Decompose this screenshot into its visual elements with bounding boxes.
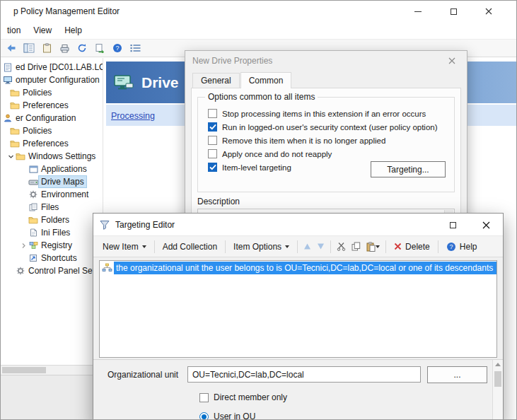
chevron-down-icon bbox=[376, 245, 380, 248]
close-button[interactable] bbox=[471, 1, 506, 22]
export-icon[interactable] bbox=[92, 41, 108, 55]
tree-item-drive-maps[interactable]: Drive Maps bbox=[1, 175, 103, 188]
option-remove-this-item-when-it-is-no-longer-ap[interactable]: Remove this item when it is no longer ap… bbox=[208, 134, 447, 147]
svg-text:?: ? bbox=[449, 243, 453, 250]
drive-icon bbox=[28, 178, 39, 186]
tree-item-control-panel-sett[interactable]: Control Panel Sett bbox=[1, 264, 103, 277]
user-in-ou-radio[interactable] bbox=[199, 412, 209, 420]
refresh-icon[interactable] bbox=[74, 41, 90, 55]
tree-item-preferences[interactable]: Preferences bbox=[1, 99, 103, 112]
processing-link[interactable]: Processing bbox=[111, 111, 155, 121]
tab-common[interactable]: Common bbox=[240, 72, 292, 88]
tree-view-icon[interactable] bbox=[21, 41, 37, 55]
item-options-label: Item Options bbox=[233, 242, 281, 252]
gear-icon bbox=[15, 267, 26, 275]
help-button[interactable]: ? Help bbox=[441, 239, 482, 255]
option-run-in-logged-on-user-s-security-context[interactable]: Run in logged-on user's security context… bbox=[208, 120, 447, 134]
folder-icon bbox=[9, 127, 21, 135]
maximize-button[interactable] bbox=[436, 214, 470, 236]
minimize-button[interactable] bbox=[400, 1, 436, 22]
scissors-icon bbox=[337, 242, 346, 251]
checkbox-checked[interactable] bbox=[208, 122, 217, 132]
toolbar-separator bbox=[385, 240, 386, 253]
scroll-up-arrow[interactable] bbox=[495, 363, 501, 366]
tree-item-applications[interactable]: Applications bbox=[1, 163, 103, 175]
direct-member-only-checkbox[interactable] bbox=[199, 393, 209, 402]
user-in-ou-row[interactable]: User in OU bbox=[199, 412, 255, 420]
scrollbar-thumb[interactable] bbox=[2, 367, 46, 373]
checkbox-unchecked[interactable] bbox=[208, 109, 217, 118]
clipboard-icon[interactable] bbox=[39, 41, 54, 55]
scrollbar-thumb[interactable] bbox=[494, 371, 501, 387]
tree-item-folders[interactable]: Folders bbox=[1, 214, 103, 226]
copy-button[interactable] bbox=[349, 242, 364, 251]
back-icon[interactable] bbox=[4, 41, 19, 55]
tree-item-er-configuration[interactable]: er Configuration bbox=[1, 112, 103, 124]
paste-button[interactable] bbox=[364, 242, 383, 252]
add-collection-button[interactable]: Add Collection bbox=[158, 239, 222, 255]
tree-item-environment[interactable]: Environment bbox=[1, 188, 103, 201]
arrow-down-icon bbox=[317, 243, 325, 250]
checkbox-checked[interactable] bbox=[208, 163, 217, 172]
chevron-right-icon[interactable] bbox=[19, 243, 28, 249]
organizational-unit-label: Organizational unit bbox=[108, 370, 178, 380]
toolbar-separator bbox=[330, 240, 331, 253]
move-down-button[interactable] bbox=[314, 243, 327, 250]
move-up-button[interactable] bbox=[301, 243, 314, 250]
option-apply-once-and-do-not-reapply[interactable]: Apply once and do not reapply bbox=[208, 147, 447, 161]
chevron-down-icon[interactable] bbox=[6, 153, 15, 160]
printer-icon[interactable] bbox=[57, 41, 72, 55]
browse-button[interactable]: ... bbox=[427, 366, 487, 383]
new-item-button[interactable]: New Item bbox=[98, 239, 151, 255]
tree-item-preferences[interactable]: Preferences bbox=[1, 137, 103, 150]
tree-item-ini-files[interactable]: Ini Files bbox=[1, 226, 103, 239]
window-controls bbox=[400, 1, 506, 22]
tree-item-registry[interactable]: Registry bbox=[1, 239, 103, 252]
tree-item-policies[interactable]: Policies bbox=[1, 124, 103, 137]
organizational-unit-input[interactable] bbox=[187, 366, 421, 383]
targeting-button[interactable]: Targeting... bbox=[371, 161, 446, 177]
list-view-icon[interactable] bbox=[127, 41, 143, 55]
dialog-title: Targeting Editor bbox=[115, 220, 175, 230]
tree-item-shortcuts[interactable]: Shortcuts bbox=[1, 252, 103, 264]
paste-icon bbox=[366, 242, 376, 252]
tree-item-label: Policies bbox=[21, 87, 54, 98]
delete-button[interactable]: Delete bbox=[389, 239, 435, 255]
folder-icon bbox=[9, 101, 21, 110]
tree-item-ed-drive-dc01-lab-loca[interactable]: ed Drive [DC01.LAB.LOCA bbox=[1, 61, 103, 74]
targeting-item[interactable]: the organizational unit the user belongs… bbox=[100, 261, 496, 274]
checkbox-unchecked[interactable] bbox=[208, 136, 217, 145]
direct-member-only-row[interactable]: Direct member only bbox=[199, 392, 287, 402]
maximize-button[interactable] bbox=[436, 1, 471, 22]
option-stop-processing-items-in-this-extension-[interactable]: Stop processing items in this extension … bbox=[208, 107, 447, 120]
direct-member-only-label: Direct member only bbox=[214, 392, 287, 402]
panel-scrollbar[interactable] bbox=[492, 360, 503, 420]
tree-item-files[interactable]: Files bbox=[1, 201, 103, 214]
tree-item-windows-settings[interactable]: Windows Settings bbox=[1, 150, 103, 163]
cut-button[interactable] bbox=[334, 242, 349, 251]
option-label: Stop processing items in this extension … bbox=[222, 110, 426, 118]
menu-view[interactable]: View bbox=[27, 23, 58, 37]
close-button[interactable] bbox=[470, 214, 503, 236]
help-icon[interactable]: ? bbox=[110, 41, 125, 55]
computer-icon bbox=[2, 76, 13, 84]
checkbox-unchecked[interactable] bbox=[208, 149, 217, 158]
tree-item-label: Shortcuts bbox=[39, 252, 79, 264]
svg-text:?: ? bbox=[115, 45, 119, 52]
item-options-button[interactable]: Item Options bbox=[228, 239, 294, 255]
tab-general[interactable]: General bbox=[192, 73, 240, 89]
ou-item-icon bbox=[100, 263, 114, 272]
menu-action[interactable]: tion bbox=[1, 23, 27, 37]
help-label: Help bbox=[460, 242, 477, 252]
tree-item-policies[interactable]: Policies bbox=[1, 86, 103, 99]
option-label: Run in logged-on user's security context… bbox=[222, 123, 438, 132]
dialog-close-button[interactable] bbox=[437, 51, 467, 71]
tree-item-omputer-configuration[interactable]: omputer Configuration bbox=[1, 74, 103, 86]
tree-horizontal-scrollbar[interactable] bbox=[1, 365, 102, 375]
menu-help[interactable]: Help bbox=[58, 23, 88, 37]
options-groupbox: Options common to all items Stop process… bbox=[197, 97, 455, 192]
option-label: Apply once and do not reapply bbox=[222, 150, 332, 158]
tree-item-label: Drive Maps bbox=[39, 176, 86, 187]
console-tree-pane: ed Drive [DC01.LAB.LOCAomputer Configura… bbox=[1, 58, 103, 419]
property-tabs: General Common bbox=[192, 73, 292, 89]
